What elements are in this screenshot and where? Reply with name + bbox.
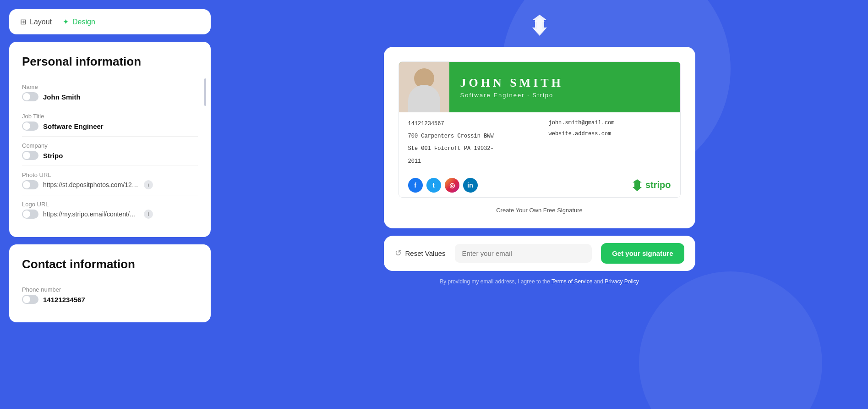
right-panel: JOHN SMITH Software Engineer · Stripo 14… (220, 9, 859, 400)
signature-body: 14121234567 700 Carpenters Crossin BWW S… (399, 112, 680, 173)
sig-name-block: JOHN SMITH Software Engineer · Stripo (449, 69, 680, 106)
logo-url-toggle[interactable] (22, 210, 38, 219)
layout-icon: ⊞ (20, 17, 26, 26)
sig-right-col: john.smith@gmail.com website.address.com (549, 120, 671, 166)
signature-header: JOHN SMITH Software Engineer · Stripo (399, 62, 680, 112)
logo-url-label: Logo URL (22, 201, 198, 208)
contact-info-card: Contact information Phone number 1412123… (9, 244, 211, 322)
sig-address-2: Ste 001 Folcroft PA 19032- (408, 144, 530, 153)
sig-title-line: Software Engineer · Stripo (460, 92, 669, 99)
design-icon: ✦ (63, 17, 69, 26)
job-title-toggle[interactable] (22, 122, 38, 131)
personal-info-card: Personal information Name John Smith Job… (9, 42, 211, 237)
photo-url-label: Photo URL (22, 171, 198, 178)
sig-address-3: 2011 (408, 157, 530, 166)
terms-prefix: By providing my email address, I agree t… (440, 278, 550, 285)
sig-name: JOHN SMITH (460, 76, 669, 90)
reset-label: Reset Values (405, 249, 446, 257)
sig-phone: 14121234567 (408, 120, 530, 128)
phone-value: 14121234567 (43, 296, 198, 304)
photo-url-field-row: Photo URL https://st.depositphotos.com/1… (22, 166, 198, 195)
person-photo (399, 62, 449, 112)
top-bar: ⊞ Layout ✦ Design (9, 9, 211, 34)
stripo-brand-icon (530, 14, 549, 39)
sig-contact-col: 14121234567 700 Carpenters Crossin BWW S… (408, 120, 530, 166)
name-label: Name (22, 83, 198, 90)
logo-url-field-row: Logo URL https://my.stripo.email/content… (22, 195, 198, 224)
name-value: John Smith (43, 93, 198, 101)
terms-and: and (594, 278, 603, 285)
brand-header (530, 9, 549, 39)
company-value: Stripo (43, 152, 198, 160)
privacy-policy-link[interactable]: Privacy Policy (605, 278, 639, 285)
signature-card: JOHN SMITH Software Engineer · Stripo 14… (384, 47, 695, 228)
phone-field-row: Phone number 14121234567 (22, 281, 198, 310)
scrollbar[interactable] (204, 78, 206, 106)
company-toggle[interactable] (22, 151, 38, 160)
company-label: Company (22, 142, 198, 149)
phone-toggle[interactable] (22, 295, 38, 304)
signature-preview: JOHN SMITH Software Engineer · Stripo 14… (399, 61, 681, 198)
instagram-icon[interactable]: ◎ (445, 178, 459, 193)
facebook-icon[interactable]: f (408, 178, 423, 193)
layout-tab[interactable]: ⊞ Layout (20, 17, 52, 26)
name-field-row: Name John Smith (22, 78, 198, 107)
job-title-value: Software Engineer (43, 122, 198, 130)
design-tab[interactable]: ✦ Design (63, 17, 95, 26)
logo-url-info-icon[interactable]: i (144, 210, 153, 219)
design-label: Design (72, 18, 95, 26)
company-field-row: Company Stripo (22, 137, 198, 166)
create-signature-link[interactable]: Create Your Own Free Signature (399, 207, 681, 214)
terms-of-service-link[interactable]: Terms of Service (551, 278, 592, 285)
signature-footer: f t ◎ in stripo (399, 173, 680, 197)
person-body (408, 85, 440, 112)
twitter-icon[interactable]: t (426, 178, 441, 193)
contact-info-title: Contact information (22, 257, 198, 271)
get-signature-button[interactable]: Get your signature (601, 243, 684, 264)
reset-button[interactable]: ↺ Reset Values (395, 248, 446, 258)
stripo-logo-text: stripo (645, 180, 671, 190)
email-input[interactable] (455, 244, 592, 263)
sig-website: website.address.com (549, 131, 611, 137)
social-icons: f t ◎ in (408, 178, 478, 193)
terms-text: By providing my email address, I agree t… (384, 278, 695, 292)
sig-address-1: 700 Carpenters Crossin BWW (408, 132, 530, 141)
personal-info-title: Personal information (22, 55, 198, 69)
name-toggle[interactable] (22, 92, 38, 101)
sig-email: john.smith@gmail.com (549, 120, 615, 126)
stripo-logo: stripo (632, 179, 671, 192)
photo-url-toggle[interactable] (22, 180, 38, 189)
bottom-bar: ↺ Reset Values Get your signature (384, 236, 695, 271)
left-panel: ⊞ Layout ✦ Design Personal information N… (9, 9, 211, 400)
job-title-field-row: Job Title Software Engineer (22, 107, 198, 137)
reset-icon: ↺ (395, 248, 402, 258)
photo-url-value: https://st.depositphotos.com/12692 (43, 181, 139, 188)
job-title-label: Job Title (22, 113, 198, 120)
phone-label: Phone number (22, 286, 198, 293)
photo-url-info-icon[interactable]: i (144, 180, 153, 189)
logo-url-value: https://my.stripo.email/content/guic (43, 210, 139, 218)
layout-label: Layout (30, 18, 52, 26)
linkedin-icon[interactable]: in (463, 178, 478, 193)
